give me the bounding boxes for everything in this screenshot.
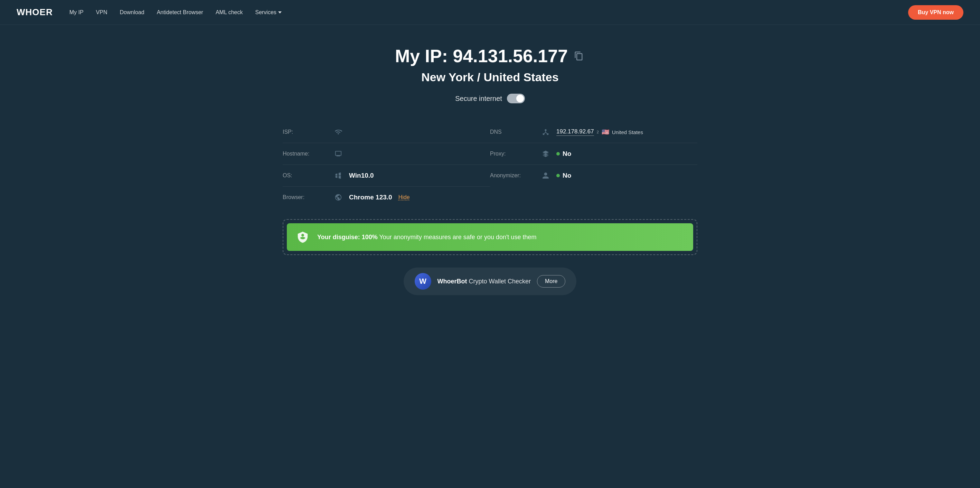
dns-superscript: 2: [597, 130, 599, 134]
buy-vpn-button[interactable]: Buy VPN now: [908, 5, 963, 20]
browser-row: Browser: Chrome 123.0 Hide: [283, 187, 490, 208]
whoerbot-avatar: W: [415, 273, 431, 289]
dns-row: DNS 192.178.92.672 🇺🇸 United States: [490, 121, 697, 143]
browser-value: Chrome 123.0: [349, 194, 392, 201]
nav-download[interactable]: Download: [119, 10, 144, 16]
info-right-col: DNS 192.178.92.672 🇺🇸 United States Prox…: [490, 121, 697, 208]
copy-ip-button[interactable]: [573, 50, 585, 62]
isp-row: ISP:: [283, 121, 490, 143]
os-value: Win10.0: [349, 172, 374, 180]
ip-prefix: My IP:: [395, 46, 453, 66]
nav-my-ip[interactable]: My IP: [70, 10, 84, 16]
os-label: OS:: [283, 172, 328, 179]
navbar: WHOER My IP VPN Download Antidetect Brow…: [0, 0, 980, 25]
hostname-row: Hostname:: [283, 143, 490, 165]
toggle-knob: [516, 95, 524, 102]
anonymizer-status-dot: [556, 174, 560, 177]
hero-location: New York / United States: [421, 70, 558, 84]
windows-icon: [334, 171, 343, 180]
nav-vpn[interactable]: VPN: [96, 10, 107, 16]
monitor-icon: [334, 149, 343, 158]
nav-aml[interactable]: AML check: [216, 10, 243, 16]
disguise-normal-text: Your anonymity measures are safe or you …: [378, 234, 537, 240]
ip-display: My IP: 94.131.56.177: [395, 46, 568, 66]
ip-address: 94.131.56.177: [453, 46, 568, 66]
disguise-container: Your disguise: 100% Your anonymity measu…: [283, 219, 697, 255]
network-icon: [541, 127, 550, 137]
secure-internet-label: Secure internet: [455, 95, 502, 103]
anonymizer-value: No: [556, 172, 571, 180]
dns-country: United States: [612, 129, 643, 135]
stack-icon: [541, 149, 550, 158]
hero-ip-section: My IP: 94.131.56.177: [395, 46, 585, 66]
main-content: My IP: 94.131.56.177 New York / United S…: [0, 25, 980, 309]
disguise-text: Your disguise: 100% Your anonymity measu…: [317, 234, 536, 241]
hostname-label: Hostname:: [283, 151, 328, 157]
anonymizer-label: Anonymizer:: [490, 172, 535, 179]
browser-label: Browser:: [283, 194, 328, 200]
os-row: OS: Win10.0: [283, 165, 490, 187]
more-button[interactable]: More: [537, 275, 565, 288]
info-left-col: ISP: Hostname: OS: Win10.0: [283, 121, 490, 208]
dns-ip: 192.178.92.67: [556, 128, 594, 136]
dns-value: 192.178.92.672 🇺🇸 United States: [556, 128, 643, 136]
dns-label: DNS: [490, 129, 535, 135]
disguise-bar: Your disguise: 100% Your anonymity measu…: [287, 223, 693, 251]
globe-icon: [334, 193, 343, 202]
disguise-shield-icon: [295, 229, 310, 245]
whoerbot-name: WhoerBot: [438, 278, 467, 285]
chevron-down-icon: [278, 11, 282, 13]
proxy-label: Proxy:: [490, 151, 535, 157]
secure-internet-toggle[interactable]: [507, 94, 525, 103]
secure-internet-row: Secure internet: [455, 94, 525, 103]
isp-label: ISP:: [283, 129, 328, 135]
person-icon: [541, 171, 550, 180]
nav-services[interactable]: Services: [255, 10, 281, 16]
proxy-status-dot: [556, 152, 560, 156]
anonymizer-row: Anonymizer: No: [490, 165, 697, 186]
proxy-value: No: [556, 150, 571, 157]
nav-antidetect[interactable]: Antidetect Browser: [157, 10, 203, 16]
site-logo[interactable]: WHOER: [17, 7, 53, 17]
whoerbot-text: WhoerBot Crypto Wallet Checker: [438, 278, 531, 285]
whoerbot-section: W WhoerBot Crypto Wallet Checker More: [404, 267, 577, 295]
dns-flag: 🇺🇸: [601, 128, 609, 136]
proxy-row: Proxy: No: [490, 143, 697, 165]
hide-browser-link[interactable]: Hide: [398, 194, 410, 200]
wifi-icon: [334, 127, 343, 137]
disguise-bold-text: Your disguise: 100%: [317, 234, 378, 240]
whoerbot-description: Crypto Wallet Checker: [469, 278, 531, 285]
nav-links: My IP VPN Download Antidetect Browser AM…: [70, 10, 908, 16]
info-grid: ISP: Hostname: OS: Win10.0: [283, 121, 697, 208]
